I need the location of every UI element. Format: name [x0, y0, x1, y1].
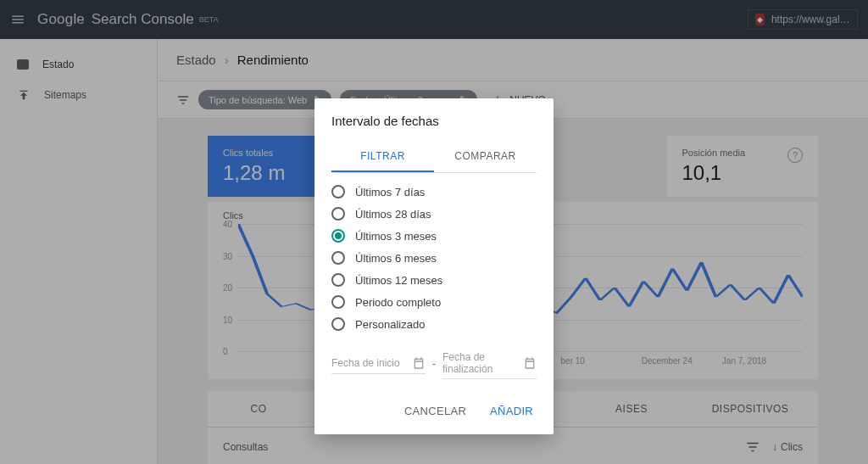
dialog-tab-filter[interactable]: FILTRAR: [331, 142, 434, 172]
radio-icon: [331, 317, 345, 331]
radio-label: Periodo completo: [355, 296, 441, 309]
end-date-field[interactable]: Fecha de finalización: [442, 348, 537, 379]
start-date-field[interactable]: Fecha de inicio: [331, 353, 426, 374]
date-range-options: Últimos 7 díasÚltimos 28 díasÚltimos 3 m…: [331, 185, 537, 331]
modal-overlay[interactable]: Intervalo de fechas FILTRAR COMPARAR Últ…: [0, 0, 868, 464]
date-option-radio[interactable]: Personalizado: [331, 317, 537, 331]
custom-date-row: Fecha de inicio - Fecha de finalización: [331, 348, 537, 379]
date-option-radio[interactable]: Últimos 7 días: [331, 185, 537, 198]
dialog-title: Intervalo de fechas: [331, 114, 537, 128]
radio-label: Últimos 3 meses: [355, 230, 437, 243]
start-date-label: Fecha de inicio: [331, 357, 400, 369]
date-option-radio[interactable]: Últimos 3 meses: [331, 229, 537, 243]
radio-icon: [331, 229, 345, 243]
radio-label: Últimos 28 días: [355, 208, 431, 221]
radio-icon: [331, 185, 345, 198]
radio-label: Últimos 7 días: [355, 186, 425, 198]
date-option-radio[interactable]: Periodo completo: [331, 295, 537, 309]
cancel-button[interactable]: CANCELAR: [401, 400, 470, 422]
apply-button[interactable]: AÑADIR: [487, 400, 537, 422]
radio-icon: [331, 273, 345, 287]
radio-icon: [331, 295, 345, 309]
calendar-icon[interactable]: [412, 356, 426, 370]
radio-label: Últimos 12 meses: [355, 274, 442, 287]
dialog-tabs: FILTRAR COMPARAR: [331, 142, 537, 173]
date-option-radio[interactable]: Últimos 28 días: [331, 207, 537, 221]
radio-icon: [331, 251, 345, 265]
date-option-radio[interactable]: Últimos 6 meses: [331, 251, 537, 265]
calendar-icon[interactable]: [523, 356, 537, 370]
date-range-dialog: Intervalo de fechas FILTRAR COMPARAR Últ…: [314, 98, 554, 434]
radio-icon: [331, 207, 345, 221]
radio-label: Personalizado: [355, 318, 425, 331]
date-separator: -: [432, 358, 436, 370]
end-date-label: Fecha de finalización: [442, 351, 523, 375]
dialog-actions: CANCELAR AÑADIR: [331, 400, 537, 422]
radio-label: Últimos 6 meses: [355, 252, 437, 265]
date-option-radio[interactable]: Últimos 12 meses: [331, 273, 537, 287]
dialog-tab-compare[interactable]: COMPARAR: [434, 142, 537, 172]
